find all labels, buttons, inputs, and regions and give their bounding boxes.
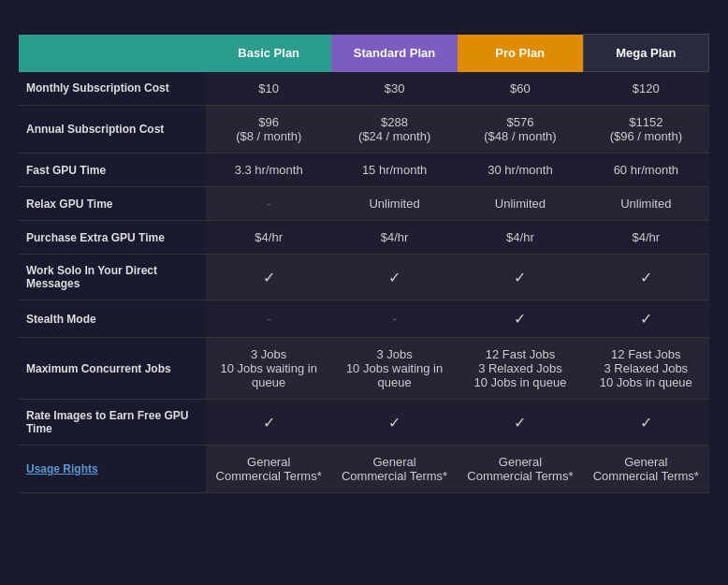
- cell-pro: ✓: [458, 255, 583, 300]
- cell-standard: General Commercial Terms*: [331, 446, 457, 493]
- cell-mega: 12 Fast Jobs3 Relaxed Jobs10 Jobs in que…: [583, 338, 708, 400]
- table-row: Purchase Extra GPU Time$4/hr$4/hr$4/hr$4…: [19, 221, 709, 255]
- cell-mega: $4/hr: [583, 221, 708, 255]
- table-row: Maximum Concurrent Jobs3 Jobs10 Jobs wai…: [19, 338, 709, 400]
- cell-mega: ✓: [583, 300, 708, 338]
- feature-label: Stealth Mode: [19, 300, 206, 338]
- feature-label: Monthly Subscription Cost: [19, 72, 206, 106]
- table-row: Rate Images to Earn Free GPU Time✓✓✓✓: [19, 400, 709, 446]
- column-header-basic: Basic Plan: [206, 35, 331, 72]
- feature-label: Purchase Extra GPU Time: [19, 221, 206, 255]
- cell-basic: General Commercial Terms*: [206, 446, 331, 493]
- checkmark-icon: ✓: [514, 415, 526, 431]
- cell-basic: -: [206, 300, 331, 338]
- checkmark-icon: ✓: [263, 415, 275, 431]
- cell-mega: ✓: [583, 255, 708, 300]
- feature-label[interactable]: Usage Rights: [19, 446, 206, 493]
- checkmark-icon: ✓: [640, 415, 652, 431]
- cell-standard: ✓: [331, 400, 457, 446]
- table-row: Annual Subscription Cost$96($8 / month)$…: [19, 106, 709, 154]
- cell-standard: -: [331, 300, 457, 338]
- feature-label: Work Solo In Your Direct Messages: [19, 255, 206, 300]
- cell-basic: 3.3 hr/month: [206, 154, 331, 187]
- cell-mega: ✓: [583, 400, 708, 446]
- checkmark-icon: ✓: [514, 270, 526, 285]
- table-row: Relax GPU Time-UnlimitedUnlimitedUnlimit…: [19, 187, 709, 221]
- cell-mega: 60 hr/month: [583, 154, 708, 187]
- checkmark-icon: ✓: [640, 270, 652, 285]
- table-row: Work Solo In Your Direct Messages✓✓✓✓: [19, 255, 709, 300]
- cell-standard: Unlimited: [331, 187, 457, 221]
- cell-basic: 3 Jobs10 Jobs waiting in queue: [206, 338, 331, 400]
- cell-basic: $10: [206, 72, 331, 106]
- cell-basic: ✓: [206, 400, 331, 446]
- cell-standard: 15 hr/month: [331, 154, 457, 187]
- feature-label: Maximum Concurrent Jobs: [19, 338, 206, 400]
- cell-pro: ✓: [458, 300, 583, 338]
- usage-rights-link[interactable]: Usage Rights: [26, 462, 98, 475]
- cell-basic: ✓: [206, 255, 331, 300]
- cell-mega: $1152($96 / month): [583, 106, 708, 154]
- cell-pro: General Commercial Terms*: [458, 446, 583, 493]
- table-row: Fast GPU Time3.3 hr/month15 hr/month30 h…: [19, 154, 709, 187]
- dash-value: -: [392, 312, 396, 326]
- column-header-pro: Pro Plan: [458, 35, 583, 72]
- cell-pro: ✓: [458, 400, 583, 446]
- feature-label: Relax GPU Time: [19, 187, 206, 221]
- cell-standard: $30: [331, 72, 457, 106]
- cell-basic: -: [206, 187, 331, 221]
- cell-pro: 12 Fast Jobs3 Relaxed Jobs10 Jobs in que…: [458, 338, 583, 400]
- cell-standard: 3 Jobs10 Jobs waiting in queue: [331, 338, 457, 400]
- cell-mega: Unlimited: [583, 187, 708, 221]
- plan-comparison-table: Basic PlanStandard PlanPro PlanMega Plan…: [19, 34, 709, 493]
- table-row: Stealth Mode--✓✓: [19, 300, 709, 338]
- column-header-feature: [19, 35, 206, 72]
- feature-label: Rate Images to Earn Free GPU Time: [19, 400, 206, 446]
- cell-basic: $96($8 / month): [206, 106, 331, 154]
- cell-pro: Unlimited: [458, 187, 583, 221]
- cell-mega: General Commercial Terms*: [583, 446, 708, 493]
- feature-label: Annual Subscription Cost: [19, 106, 206, 154]
- checkmark-icon: ✓: [514, 311, 526, 327]
- checkmark-icon: ✓: [388, 270, 400, 285]
- column-header-standard: Standard Plan: [331, 35, 457, 72]
- cell-pro: $576($48 / month): [458, 106, 583, 154]
- cell-pro: $4/hr: [458, 221, 583, 255]
- cell-basic: $4/hr: [206, 221, 331, 255]
- dash-value: -: [267, 312, 270, 326]
- table-row: Monthly Subscription Cost$10$30$60$120: [19, 72, 709, 106]
- cell-pro: $60: [458, 72, 583, 106]
- cell-pro: 30 hr/month: [458, 154, 583, 187]
- cell-standard: $288($24 / month): [331, 106, 457, 154]
- column-header-mega: Mega Plan: [583, 35, 708, 72]
- table-row: Usage RightsGeneral Commercial Terms*Gen…: [19, 446, 709, 493]
- checkmark-icon: ✓: [640, 311, 652, 327]
- checkmark-icon: ✓: [263, 270, 275, 285]
- dash-value: -: [267, 197, 270, 211]
- cell-standard: $4/hr: [331, 221, 457, 255]
- cell-mega: $120: [583, 72, 708, 106]
- checkmark-icon: ✓: [388, 415, 400, 431]
- feature-label: Fast GPU Time: [19, 154, 206, 187]
- cell-standard: ✓: [331, 255, 457, 300]
